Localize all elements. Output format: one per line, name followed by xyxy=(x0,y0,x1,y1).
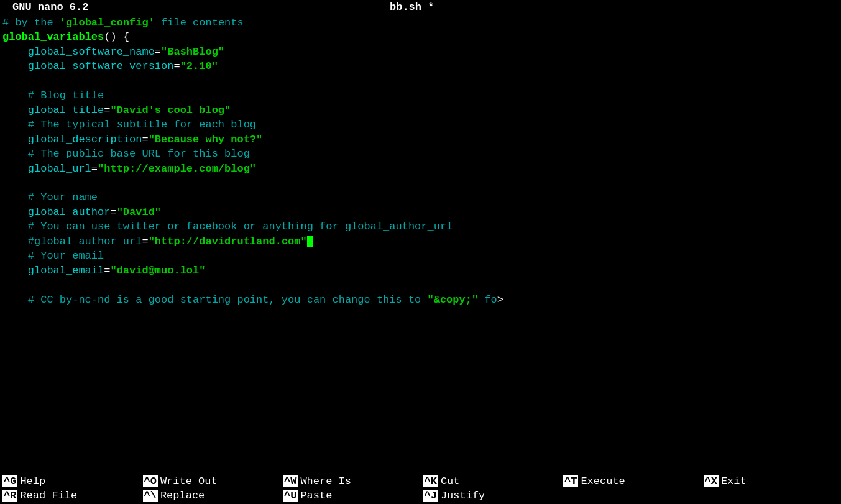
shortcut-key-8: ^U xyxy=(283,490,298,502)
app-name: GNU nano 6.2 xyxy=(12,1,88,13)
shortcut-item-2[interactable]: ^WWhere Is xyxy=(280,474,421,488)
code-line-1: # by the 'global_config' file contents xyxy=(0,16,841,30)
code-line-6: # Blog title xyxy=(0,88,841,103)
shortcut-label-0: Help xyxy=(20,475,45,487)
shortcut-label-9: Justify xyxy=(441,490,485,502)
editor-area[interactable]: # by the 'global_config' file contentsgl… xyxy=(0,14,841,473)
code-line-10: # The public base URL for this blog xyxy=(0,147,841,161)
shortcut-key-0: ^G xyxy=(2,475,17,487)
shortcut-item-4[interactable]: ^TExecute xyxy=(561,474,701,488)
code-line-9: global_description="Because why not?" xyxy=(0,132,841,147)
shortcut-label-2: Where Is xyxy=(300,475,351,487)
shortcut-label-4: Execute xyxy=(581,475,625,487)
code-line-16: #global_author_url="http://davidrutland.… xyxy=(0,234,841,249)
title-bar: GNU nano 6.2 bb.sh * xyxy=(0,0,841,14)
shortcut-key-6: ^R xyxy=(2,490,17,502)
file-name: bb.sh * xyxy=(88,1,735,13)
app: GNU nano 6.2 bb.sh * # by the 'global_co… xyxy=(0,0,841,504)
code-line-19 xyxy=(0,278,841,292)
code-line-4: global_software_version="2.10" xyxy=(0,59,841,73)
code-line-15: # You can use twitter or facebook or any… xyxy=(0,219,841,234)
shortcut-item-0[interactable]: ^GHelp xyxy=(0,474,140,488)
shortcut-label-3: Cut xyxy=(441,475,460,487)
code-line-20: # CC by-nc-nd is a good starting point, … xyxy=(0,293,841,307)
shortcut-item-9[interactable]: ^JJustify xyxy=(421,488,561,503)
shortcut-key-5: ^X xyxy=(704,475,719,487)
shortcut-label-5: Exit xyxy=(721,475,747,487)
shortcut-item-6[interactable]: ^RRead File xyxy=(0,488,140,503)
shortcut-key-1: ^O xyxy=(143,475,158,487)
code-line-14: global_author="David" xyxy=(0,205,841,219)
shortcut-item-3[interactable]: ^KCut xyxy=(421,474,561,488)
code-line-8: # The typical subtitle for each blog xyxy=(0,117,841,132)
code-line-17: # Your email xyxy=(0,249,841,263)
shortcut-key-9: ^J xyxy=(423,490,438,502)
shortcut-label-6: Read File xyxy=(20,490,77,502)
code-line-3: global_software_name="BashBlog" xyxy=(0,45,841,59)
shortcut-item-7[interactable]: ^\Replace xyxy=(140,488,281,503)
shortcut-item-5[interactable]: ^XExit xyxy=(701,474,842,488)
code-line-2: global_variables() { xyxy=(0,30,841,44)
shortcut-bar: ^GHelp^OWrite Out^WWhere Is^KCut^TExecut… xyxy=(0,473,841,504)
code-line-7: global_title="David's cool blog" xyxy=(0,103,841,117)
shortcut-item-8[interactable]: ^UPaste xyxy=(280,488,421,503)
code-line-11: global_url="http://example.com/blog" xyxy=(0,162,841,176)
shortcut-key-3: ^K xyxy=(423,475,438,487)
code-line-5 xyxy=(0,74,841,88)
shortcut-label-7: Replace xyxy=(160,490,205,502)
code-line-13: # Your name xyxy=(0,190,841,204)
shortcut-item-1[interactable]: ^OWrite Out xyxy=(140,474,281,488)
shortcut-key-4: ^T xyxy=(563,475,578,487)
code-line-12 xyxy=(0,176,841,190)
shortcut-key-7: ^\ xyxy=(143,490,158,502)
shortcut-key-2: ^W xyxy=(283,475,298,487)
code-line-18: global_email="david@muo.lol" xyxy=(0,263,841,278)
shortcut-label-8: Paste xyxy=(300,490,332,502)
shortcut-label-1: Write Out xyxy=(160,475,218,487)
